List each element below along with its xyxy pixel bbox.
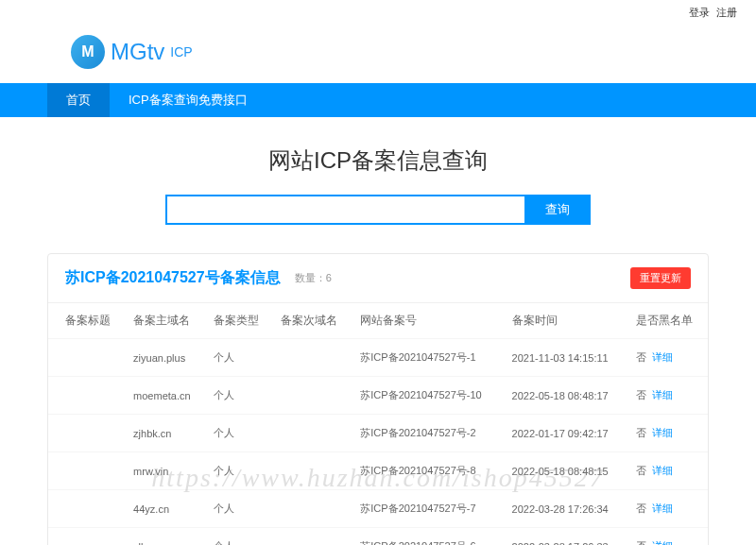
cell-icp: 苏ICP备2021047527号-6 (352, 528, 504, 546)
refresh-button[interactable]: 重置更新 (630, 267, 691, 289)
header: M MGtv ICP (0, 26, 756, 83)
cell-blacklist: 否 详细 (628, 377, 708, 415)
detail-link[interactable]: 详细 (652, 351, 673, 363)
search-wrap: 查询 (0, 195, 756, 225)
cell-blacklist: 否 详细 (628, 415, 708, 452)
cell-type: 个人 (206, 415, 273, 452)
top-bar: 登录 注册 (0, 0, 756, 26)
cell-title (48, 528, 126, 546)
cell-time: 2022-05-18 08:48:17 (505, 377, 628, 415)
cell-type: 个人 (206, 452, 273, 490)
cell-icp: 苏ICP备2021047527号-1 (352, 339, 504, 377)
col-time: 备案时间 (505, 303, 628, 339)
cell-type: 个人 (206, 377, 273, 415)
cell-domain: xllaoy.cn (126, 528, 206, 546)
cell-icp: 苏ICP备2021047527号-10 (352, 377, 504, 415)
cell-time: 2022-03-28 17:26:33 (505, 528, 628, 546)
cell-title (48, 452, 126, 490)
cell-time: 2022-01-17 09:42:17 (505, 415, 628, 452)
col-icp: 网站备案号 (352, 303, 504, 339)
table-row: moemeta.cn个人苏ICP备2021047527号-102022-05-1… (48, 377, 708, 415)
cell-domain: mrw.vin (126, 452, 206, 490)
cell-time: 2022-05-18 08:48:15 (505, 452, 628, 490)
register-link[interactable]: 注册 (716, 7, 737, 18)
table-row: zjhbk.cn个人苏ICP备2021047527号-22022-01-17 0… (48, 415, 708, 452)
table-row: mrw.vin个人苏ICP备2021047527号-82022-05-18 08… (48, 452, 708, 490)
col-type: 备案类型 (206, 303, 273, 339)
cell-icp: 苏ICP备2021047527号-2 (352, 415, 504, 452)
cell-subdomain (273, 490, 352, 528)
cell-subdomain (273, 415, 352, 452)
cell-type: 个人 (206, 339, 273, 377)
panel-title: 苏ICP备2021047527号备案信息 (65, 268, 281, 288)
logo-text: MGtv (111, 39, 164, 65)
cell-subdomain (273, 452, 352, 490)
panel-count: 数量：6 (295, 271, 332, 285)
cell-subdomain (273, 339, 352, 377)
cell-domain: ziyuan.plus (126, 339, 206, 377)
result-table: 备案标题 备案主域名 备案类型 备案次域名 网站备案号 备案时间 是否黑名单 z… (48, 302, 708, 545)
cell-subdomain (273, 528, 352, 546)
cell-blacklist: 否 详细 (628, 528, 708, 546)
cell-domain: moemeta.cn (126, 377, 206, 415)
cell-title (48, 415, 126, 452)
cell-type: 个人 (206, 490, 273, 528)
detail-link[interactable]: 详细 (652, 427, 673, 438)
table-row: ziyuan.plus个人苏ICP备2021047527号-12021-11-0… (48, 339, 708, 377)
page-title: 网站ICP备案信息查询 (0, 145, 756, 176)
result-panel: 苏ICP备2021047527号备案信息 数量：6 重置更新 备案标题 备案主域… (47, 253, 709, 545)
cell-domain: 44yz.cn (126, 490, 206, 528)
cell-subdomain (273, 377, 352, 415)
cell-type: 个人 (206, 528, 273, 546)
detail-link[interactable]: 详细 (652, 540, 673, 545)
panel-header: 苏ICP备2021047527号备案信息 数量：6 重置更新 (48, 254, 708, 302)
logo-icon: M (71, 35, 105, 69)
cell-blacklist: 否 详细 (628, 452, 708, 490)
nav-home[interactable]: 首页 (47, 83, 110, 117)
search-input[interactable] (165, 195, 524, 225)
detail-link[interactable]: 详细 (652, 389, 673, 400)
cell-icp: 苏ICP备2021047527号-8 (352, 452, 504, 490)
nav-api[interactable]: ICP备案查询免费接口 (110, 83, 266, 117)
table-header-row: 备案标题 备案主域名 备案类型 备案次域名 网站备案号 备案时间 是否黑名单 (48, 303, 708, 339)
search-button[interactable]: 查询 (524, 195, 591, 225)
cell-time: 2022-03-28 17:26:34 (505, 490, 628, 528)
col-blacklist: 是否黑名单 (628, 303, 708, 339)
cell-time: 2021-11-03 14:15:11 (505, 339, 628, 377)
detail-link[interactable]: 详细 (652, 465, 673, 476)
login-link[interactable]: 登录 (689, 7, 710, 18)
cell-title (48, 339, 126, 377)
cell-icp: 苏ICP备2021047527号-7 (352, 490, 504, 528)
cell-domain: zjhbk.cn (126, 415, 206, 452)
col-title: 备案标题 (48, 303, 126, 339)
col-domain: 备案主域名 (126, 303, 206, 339)
logo-sub: ICP (170, 44, 192, 60)
cell-blacklist: 否 详细 (628, 339, 708, 377)
cell-blacklist: 否 详细 (628, 490, 708, 528)
nav-bar: 首页 ICP备案查询免费接口 (0, 83, 756, 117)
cell-title (48, 490, 126, 528)
table-row: xllaoy.cn个人苏ICP备2021047527号-62022-03-28 … (48, 528, 708, 546)
col-subdomain: 备案次域名 (273, 303, 352, 339)
cell-title (48, 377, 126, 415)
detail-link[interactable]: 详细 (652, 502, 673, 514)
table-row: 44yz.cn个人苏ICP备2021047527号-72022-03-28 17… (48, 490, 708, 528)
